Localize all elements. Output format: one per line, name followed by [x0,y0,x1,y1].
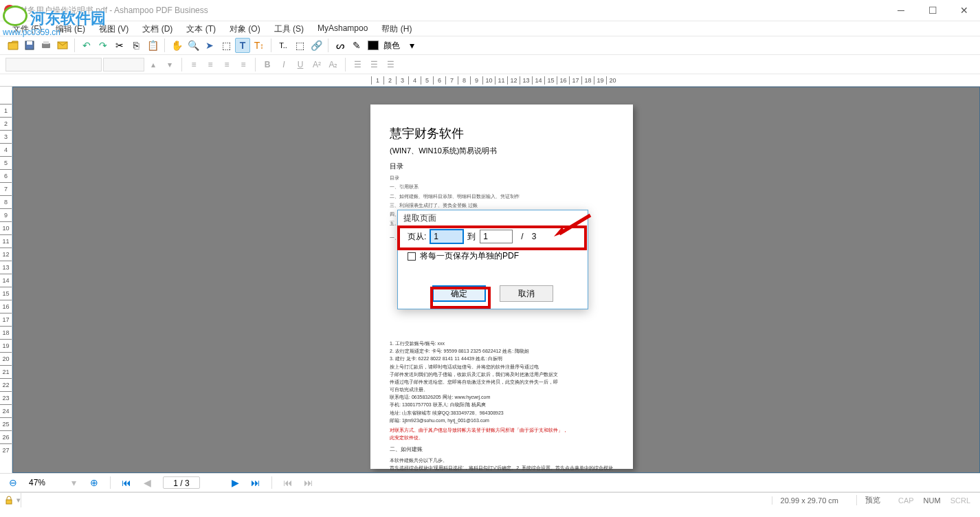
minimize-button[interactable]: ─ [885,0,917,21]
align-left-button[interactable]: ≡ [186,57,201,72]
color-picker[interactable] [366,38,381,53]
align-right-button[interactable]: ≡ [219,57,234,72]
back-view-button[interactable]: ⏮ [280,475,296,490]
menu-tools[interactable]: 工具 (S) [267,21,311,36]
last-page-button[interactable]: ⏭ [248,475,263,490]
list-2-button[interactable]: ☰ [366,57,381,72]
cap-indicator: CAP [898,496,914,505]
save-separate-row: 将每一页保存为单独的PDF [398,248,588,265]
subscript-button[interactable]: A₂ [326,57,341,72]
titlebar: 财务用户操作说明书.pdf - Ashampoo PDF Business ─ … [0,0,980,21]
list-3-button[interactable]: ☰ [383,57,398,72]
zoom-out-button[interactable]: ⊖ [5,475,21,490]
statusbar: ▾ 20.99 x 29.70 cm 预览 CAP NUM SCRL [0,492,980,507]
text-edit-button[interactable]: T↕ [252,38,267,53]
bold-button[interactable]: B [260,57,275,72]
prev-page-button[interactable]: ◀ [140,475,155,490]
save-button[interactable] [22,38,37,53]
toc-heading: 目录 [390,162,614,171]
color-dropdown[interactable]: ▾ [404,38,419,53]
zoom-tool-button[interactable]: 🔍 [186,38,201,53]
redo-button[interactable]: ↷ [96,38,111,53]
ok-button[interactable]: 确定 [432,285,486,302]
copy-button[interactable]: ⎘ [129,38,144,53]
text-tool-button[interactable]: T [235,38,250,53]
cancel-button[interactable]: 取消 [500,285,553,302]
hand-tool-button[interactable]: ✋ [169,38,184,53]
preview-label: 预览 [856,495,889,505]
signature-button[interactable]: ᔕ [333,38,348,53]
align-center-button[interactable]: ≡ [203,57,218,72]
sep-label: / [521,232,523,241]
doc-subtitle: (WIN7、WIN10系统)简易说明书 [390,146,614,156]
app-icon [4,5,15,16]
menu-help[interactable]: 帮助 (H) [375,21,419,36]
doc-sec2-title: 二、如何建账 [390,446,614,454]
list-1-button[interactable]: ☰ [350,57,365,72]
extract-pages-dialog: 提取页面 页从: 到 / 3 将每一页保存为单独的PDF 确定 取消 [397,210,588,309]
next-page-button[interactable]: ▶ [227,475,243,490]
page-from-input[interactable] [430,230,463,243]
underline-button[interactable]: U [293,57,308,72]
menu-object[interactable]: 对象 (O) [223,21,267,36]
svg-rect-1 [27,41,32,45]
zoom-dropdown[interactable]: ▾ [66,475,81,490]
dialog-title: 提取页面 [398,210,588,226]
font-size-combo[interactable] [103,58,144,72]
font-size-up[interactable]: ▴ [146,57,161,72]
page-indicator[interactable]: 1 / 3 [163,476,200,489]
page-to-input[interactable] [480,230,513,243]
lock-icon [4,496,14,505]
save-separate-label: 将每一页保存为单独的PDF [420,250,519,262]
svg-rect-7 [6,500,12,504]
main-toolbar: ↶ ↷ ✂ ⎘ 📋 ✋ 🔍 ➤ ⬚ T T↕ T.. ⬚ 🔗 ᔕ ✎ 颜色 ▾ [0,36,980,55]
paste-button[interactable]: 📋 [145,38,160,53]
link-button[interactable]: 🔗 [309,38,324,53]
num-indicator: NUM [924,496,941,505]
close-button[interactable]: ✕ [948,0,980,21]
doc-title: 慧宇财务软件 [390,125,614,142]
horizontal-ruler: 1234567891011121314151617181920 [0,74,980,87]
menu-file[interactable]: 文件 (F) [5,21,49,36]
doc-sec2-body: 本软件建账共分以下几步。 首先选择综合模块中'现用科目选择'，将科目勾打'√'后… [390,456,614,473]
vertical-ruler: 1234567891011121314151617181920212223242… [0,87,12,473]
zoom-display[interactable]: 47% [26,478,60,487]
total-pages-label: 3 [532,232,537,241]
pointer-tool-button[interactable]: ➤ [202,38,217,53]
color-label: 颜色 [383,40,400,52]
font-size-down[interactable]: ▾ [162,57,177,72]
menu-view[interactable]: 视图 (V) [92,21,135,36]
svg-rect-3 [43,41,49,44]
menubar: 文件 (F) 编辑 (E) 视图 (V) 文档 (D) 文本 (T) 对象 (O… [0,21,980,36]
page-dimensions: 20.99 x 29.70 cm [772,496,847,505]
to-label: 到 [467,231,476,243]
cut-button[interactable]: ✂ [112,38,127,53]
menu-myashampoo[interactable]: MyAshampoo [311,21,375,36]
text-annotation-button[interactable]: T.. [276,38,291,53]
first-page-button[interactable]: ⏮ [119,475,134,490]
align-justify-button[interactable]: ≡ [236,57,251,72]
zoom-in-button[interactable]: ⊕ [87,475,102,490]
italic-button[interactable]: I [276,57,291,72]
save-separate-checkbox[interactable] [408,252,416,261]
page-range-row: 页从: 到 / 3 [398,226,588,248]
print-button[interactable] [38,38,54,53]
highlight-button[interactable]: ✎ [349,38,364,53]
svg-rect-2 [42,43,50,48]
snapshot-tool-button[interactable]: ⬚ [219,38,234,53]
format-toolbar: ▴ ▾ ≡ ≡ ≡ ≡ B I U A² A₂ ☰ ☰ ☰ [0,55,980,74]
doc-body-contacts: 1. 工行交款账号/账号: xxx 2. 农行定期通定卡: 卡号: 95599 … [390,340,614,424]
maximize-button[interactable]: ☐ [917,0,948,21]
mail-button[interactable] [55,38,70,53]
menu-document[interactable]: 文档 (D) [135,21,179,36]
crop-button[interactable]: ⬚ [292,38,307,53]
undo-button[interactable]: ↶ [79,38,94,53]
window-title: 财务用户操作说明书.pdf - Ashampoo PDF Business [19,5,208,16]
font-family-combo[interactable] [5,58,102,72]
menu-edit[interactable]: 编辑 (E) [49,21,92,36]
open-button[interactable] [5,38,21,53]
fwd-view-button[interactable]: ⏭ [301,475,316,490]
superscript-button[interactable]: A² [309,57,324,72]
menu-text[interactable]: 文本 (T) [179,21,223,36]
scrl-indicator: SCRL [950,496,970,505]
